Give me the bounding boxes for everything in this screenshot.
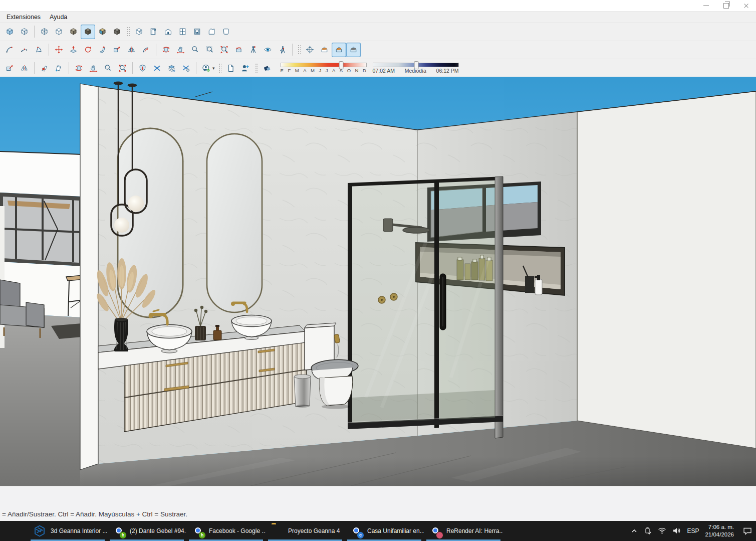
language-indicator[interactable]: ESP xyxy=(687,527,699,534)
time-slider-track[interactable] xyxy=(373,63,459,67)
offset-button[interactable] xyxy=(139,43,153,57)
toolbar-tools xyxy=(0,41,756,59)
walk-button[interactable] xyxy=(275,43,290,57)
time-slider-thumb[interactable] xyxy=(414,61,419,69)
taskbar-item-proyecto-geanna-4[interactable]: Proyecto Geanna 4 xyxy=(266,521,345,541)
pan-button[interactable] xyxy=(173,43,188,57)
section-cuts-button[interactable] xyxy=(332,43,346,57)
taskbar-item-casa-unifamiliar-en[interactable]: cCasa Unifamiliar en... xyxy=(345,521,424,541)
taskbar-item-notepad[interactable] xyxy=(6,521,28,541)
cube-shaded-button[interactable] xyxy=(66,25,81,39)
right-white-wall xyxy=(577,91,756,448)
cube-xray-button[interactable] xyxy=(3,25,17,39)
adjacent-room xyxy=(0,151,90,486)
paint-bucket-button[interactable] xyxy=(52,61,66,75)
new-file-button[interactable] xyxy=(223,61,238,75)
zoom-button[interactable] xyxy=(101,61,115,75)
cube-hidden-line-button[interactable] xyxy=(52,25,66,39)
zoom-extents-button[interactable] xyxy=(115,61,130,75)
tag-button[interactable] xyxy=(37,61,52,75)
arch-door-button[interactable] xyxy=(146,25,161,39)
orbit-button[interactable] xyxy=(159,43,173,57)
flip-button[interactable] xyxy=(124,43,139,57)
cube-back-edges-button[interactable] xyxy=(17,25,32,39)
minimize-button[interactable] xyxy=(696,0,716,11)
scale-button[interactable] xyxy=(110,43,124,57)
arc-2-button[interactable] xyxy=(17,43,32,57)
arch-slab-button[interactable] xyxy=(219,25,233,39)
date-slider-track[interactable] xyxy=(281,63,367,67)
plugin-chevrons-button[interactable] xyxy=(150,61,164,75)
menu-ayuda[interactable]: Ayuda xyxy=(45,13,72,22)
arch-box-button[interactable] xyxy=(132,25,146,39)
trash-can xyxy=(294,375,311,408)
rotate-button[interactable] xyxy=(81,43,95,57)
account-button[interactable] xyxy=(199,61,213,75)
wifi-icon[interactable] xyxy=(658,527,666,534)
plugin-shield-button[interactable] xyxy=(135,61,150,75)
taskbar-item-3d-geanna-interior[interactable]: 3d Geanna Interior ... xyxy=(28,521,107,541)
tray-date: 21/04/2026 xyxy=(705,531,734,538)
tray-chevron-up-icon[interactable] xyxy=(631,527,638,534)
arc-3-button[interactable] xyxy=(32,43,46,57)
status-hint: = Añadir/Sustraer. Ctrl = Añadir. Mayúsc… xyxy=(2,510,187,518)
shadow-date-slider: EFMAMJJASOND xyxy=(281,63,367,73)
zoom-window-button[interactable] xyxy=(202,43,217,57)
arch-house-button[interactable] xyxy=(161,25,175,39)
scene xyxy=(0,77,756,486)
menu-extensiones[interactable]: Extensiones xyxy=(2,13,45,22)
position-camera-button[interactable] xyxy=(246,43,261,57)
toolbar-separator xyxy=(69,62,69,74)
arch-window-button[interactable] xyxy=(175,25,190,39)
section-plane-button[interactable] xyxy=(317,43,332,57)
toolbar-styles xyxy=(0,23,756,41)
taskbar-item-2-dante-gebel-94[interactable]: h(2) Dante Gebel #94... xyxy=(107,521,186,541)
dropdown-caret-icon[interactable]: ▾ xyxy=(212,66,215,71)
add-person-button[interactable] xyxy=(238,61,253,75)
restore-icon xyxy=(723,3,729,9)
move-button[interactable] xyxy=(52,43,66,57)
look-around-button[interactable] xyxy=(261,43,275,57)
scale-button[interactable] xyxy=(3,61,17,75)
shadows-toggle-button[interactable] xyxy=(260,61,275,75)
arch-roof-button[interactable] xyxy=(204,25,219,39)
month-label: F xyxy=(288,68,291,73)
plugin-gear-button[interactable] xyxy=(179,61,193,75)
action-center-icon[interactable] xyxy=(743,527,752,535)
cube-color-button[interactable] xyxy=(95,25,110,39)
month-label: M xyxy=(295,68,299,73)
follow-me-button[interactable] xyxy=(95,43,110,57)
cube-monochrome-button[interactable] xyxy=(110,25,124,39)
pan-button[interactable] xyxy=(86,61,101,75)
push-pull-button[interactable] xyxy=(66,43,81,57)
date-slider-thumb[interactable] xyxy=(339,61,344,69)
month-label: N xyxy=(355,68,359,73)
cube-wireframe-button[interactable] xyxy=(37,25,52,39)
cube-shaded-textures-button[interactable] xyxy=(81,25,95,39)
taskbar-item-rerender-ai-herra[interactable]: ReRender AI: Herra... xyxy=(424,521,503,541)
sketchup-icon xyxy=(33,524,46,537)
taskbar-badge: h xyxy=(119,531,127,539)
restore-button[interactable] xyxy=(716,0,736,11)
zoom-button[interactable] xyxy=(188,43,202,57)
arc-1-button[interactable] xyxy=(3,43,17,57)
month-label: D xyxy=(363,68,366,73)
plugin-layers-button[interactable] xyxy=(164,61,179,75)
taskbar-item-facebook-google[interactable]: hFacebook - Google ... xyxy=(186,521,266,541)
orbit-button[interactable] xyxy=(72,61,86,75)
usb-icon[interactable] xyxy=(644,527,652,535)
close-button[interactable] xyxy=(736,0,756,11)
previous-view-button[interactable] xyxy=(231,43,246,57)
section-fill-button[interactable] xyxy=(346,43,361,57)
time-label: 06:12 PM xyxy=(436,68,459,74)
zoom-extents-button[interactable] xyxy=(217,43,231,57)
arch-cabinet-button[interactable] xyxy=(190,25,204,39)
axes-compass-button[interactable] xyxy=(303,43,317,57)
taskbar-item-label: 3d Geanna Interior ... xyxy=(51,527,107,534)
flip-button[interactable] xyxy=(17,61,32,75)
volume-icon[interactable] xyxy=(672,527,681,534)
clock[interactable]: 7:06 a. m. 21/04/2026 xyxy=(705,523,734,538)
3d-viewport[interactable] xyxy=(0,77,756,486)
month-label: J xyxy=(319,68,321,73)
shadow-time-slider: 07:02 AMMediodía06:12 PM xyxy=(373,63,459,74)
